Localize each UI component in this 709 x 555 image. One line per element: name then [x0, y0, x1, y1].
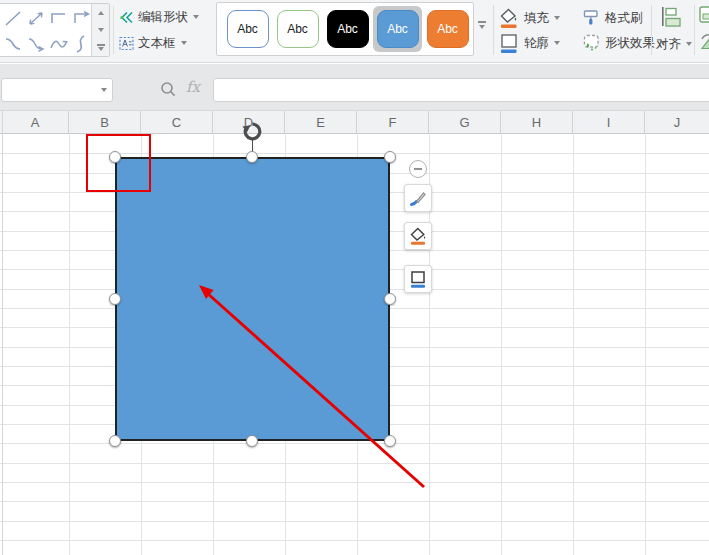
group-objects-icon[interactable] [699, 5, 709, 25]
ribbon-separator [493, 5, 494, 55]
fx-label: fx [186, 78, 200, 96]
shape-style-option-2[interactable]: Abc [273, 6, 322, 52]
squiggle-arrow-icon [48, 32, 70, 56]
shape-item-diagonal-line[interactable] [1, 5, 24, 31]
brush-icon [408, 188, 428, 208]
name-box-dropdown-icon[interactable] [101, 88, 107, 92]
elbow-connector-icon [48, 6, 70, 30]
column-header-a[interactable]: A [2, 111, 69, 133]
gallery-scroll-up-button[interactable] [92, 4, 109, 21]
format-painter-icon [581, 8, 601, 28]
resize-handle-middle-left[interactable] [109, 293, 121, 305]
ribbon-separator [694, 5, 695, 55]
style-swatch-orange-fill[interactable]: Abc [427, 10, 469, 48]
gallery-scroll-down-button[interactable] [92, 21, 109, 38]
shape-style-option-3[interactable]: Abc [323, 6, 372, 52]
grid-left-edge [2, 110, 3, 555]
search-icon[interactable] [160, 81, 177, 98]
triangle-down-icon [98, 28, 104, 32]
outline-icon [408, 269, 428, 289]
name-box-input[interactable] [1, 78, 113, 102]
column-header-row: A B C D E F G H I J [0, 110, 709, 134]
formula-bar [0, 64, 709, 110]
shape-gallery [0, 3, 110, 57]
shape-item-squiggle-arrow[interactable] [47, 31, 70, 57]
collapse-toolbar-button[interactable] [409, 160, 427, 178]
selected-rectangle-shape[interactable] [115, 157, 390, 441]
style-swatch-green-outline[interactable]: Abc [277, 10, 319, 48]
resize-handle-top-right[interactable] [384, 151, 396, 163]
shape-effects-label: 形状效果 [605, 35, 655, 52]
shape-effects-button[interactable]: 形状效果 [581, 32, 666, 54]
column-header-e[interactable]: E [285, 111, 357, 133]
dropdown-arrow-icon [686, 42, 692, 46]
resize-handle-bottom-right[interactable] [384, 435, 396, 447]
outline-label: 轮廓 [524, 35, 549, 52]
outline-icon [498, 32, 520, 54]
fill-bucket-icon [498, 7, 520, 29]
annotation-highlight-box [86, 134, 151, 192]
brush-style-button[interactable] [404, 184, 432, 212]
style-swatch-blue-outline[interactable]: Abc [227, 10, 269, 48]
column-header-g[interactable]: G [429, 111, 501, 133]
shape-style-gallery: Abc Abc Abc Abc Abc [216, 2, 474, 56]
column-header-i[interactable]: I [573, 111, 645, 133]
fill-button[interactable]: 填充 [498, 7, 560, 29]
spreadsheet-app-window: { "ribbon": { "shape_gallery": { "icons"… [0, 0, 709, 555]
resize-handle-bottom-left[interactable] [109, 435, 121, 447]
dropdown-arrow-icon [554, 16, 560, 20]
style-gallery-more-button[interactable] [478, 21, 486, 29]
shape-style-option-4-selected[interactable]: Abc [373, 6, 422, 52]
triangle-up-icon [98, 11, 104, 15]
style-swatch-blue-fill[interactable]: Abc [377, 10, 419, 48]
shape-fill-button[interactable] [404, 222, 432, 250]
shape-style-option-1[interactable]: Abc [223, 6, 272, 52]
shape-item-double-arrow-line[interactable] [24, 5, 47, 31]
formula-input[interactable] [213, 78, 709, 102]
edit-shape-label: 编辑形状 [138, 9, 188, 26]
rotation-handle[interactable] [242, 121, 263, 142]
resize-handle-top-center[interactable] [246, 151, 258, 163]
shape-item-curved-arrow-connector[interactable] [24, 31, 47, 57]
curved-connector-icon [2, 32, 24, 56]
edit-shape-icon [119, 10, 134, 25]
column-header-c[interactable]: C [141, 111, 213, 133]
shape-item-curved-connector[interactable] [1, 31, 24, 57]
shape-item-elbow-connector[interactable] [47, 5, 70, 31]
text-box-button[interactable]: 文本框 [119, 32, 187, 54]
align-button[interactable]: 对齐 [656, 33, 692, 55]
shape-item-freeform-s-curve[interactable] [70, 31, 93, 57]
edit-shape-button[interactable]: 编辑形状 [119, 6, 199, 28]
rotate-object-icon[interactable] [699, 33, 709, 53]
shape-item-elbow-arrow-connector[interactable] [70, 5, 93, 31]
dropdown-arrow-icon [181, 41, 187, 45]
more-bar-icon [97, 44, 105, 46]
shape-outline-button[interactable] [404, 265, 432, 293]
more-bar-icon [478, 21, 486, 23]
gallery-more-button[interactable] [92, 39, 109, 56]
column-header-h[interactable]: H [501, 111, 573, 133]
curved-arrow-connector-icon [25, 32, 47, 56]
dropdown-arrow-icon [193, 15, 199, 19]
column-header-j[interactable]: J [645, 111, 709, 133]
elbow-arrow-connector-icon [71, 6, 93, 30]
style-swatch-black-fill[interactable]: Abc [327, 10, 369, 48]
outline-button[interactable]: 轮廓 [498, 32, 560, 54]
ribbon-separator [113, 6, 114, 54]
shape-effects-icon [581, 33, 601, 53]
resize-handle-middle-right[interactable] [384, 293, 396, 305]
fill-label: 填充 [524, 10, 549, 27]
dropdown-arrow-icon [554, 41, 560, 45]
shape-gallery-scroll [91, 4, 109, 56]
shape-style-option-5[interactable]: Abc [423, 6, 472, 52]
text-box-label: 文本框 [138, 35, 176, 52]
column-header-b[interactable]: B [69, 111, 141, 133]
triangle-down-icon [98, 47, 104, 51]
minus-icon [414, 168, 422, 170]
resize-handle-bottom-center[interactable] [246, 435, 258, 447]
drawing-tools-ribbon: 编辑形状 文本框 Abc Abc Abc Abc Abc 填充 [0, 0, 709, 63]
format-painter-button[interactable]: 格式刷 [581, 7, 643, 29]
column-header-f[interactable]: F [357, 111, 429, 133]
fill-bucket-icon [408, 226, 428, 246]
s-curve-icon [71, 32, 93, 56]
